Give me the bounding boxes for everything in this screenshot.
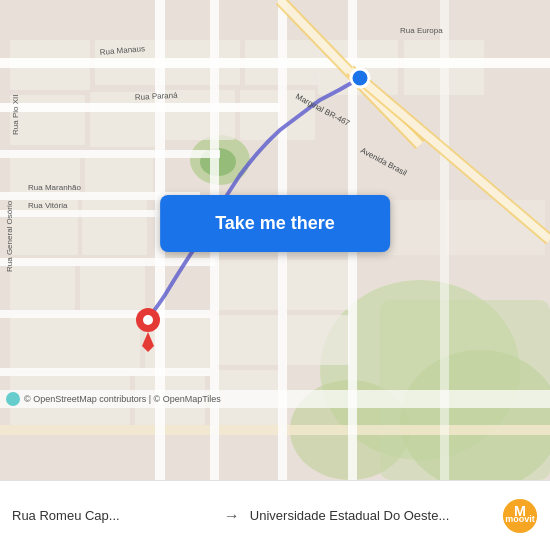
map-container: Rua Manaus Rua Europa Rua Paraná Rua Pio… bbox=[0, 0, 550, 550]
svg-text:Rua Maranhão: Rua Maranhão bbox=[28, 183, 81, 192]
svg-rect-49 bbox=[440, 0, 449, 480]
credits-text: © OpenStreetMap contributors | © OpenMap… bbox=[24, 394, 221, 404]
svg-point-65 bbox=[143, 315, 153, 325]
svg-text:Rua Europa: Rua Europa bbox=[400, 26, 443, 35]
svg-rect-28 bbox=[215, 260, 280, 310]
map-area: Rua Manaus Rua Europa Rua Paraná Rua Pio… bbox=[0, 0, 550, 480]
from-location-text: Rua Romeu Cap... bbox=[12, 508, 214, 523]
svg-text:Rua Vitória: Rua Vitória bbox=[28, 201, 68, 210]
svg-text:Rua General Osório: Rua General Osório bbox=[5, 200, 14, 272]
svg-rect-14 bbox=[82, 200, 147, 255]
take-me-there-overlay: Take me there bbox=[160, 195, 390, 252]
svg-rect-36 bbox=[0, 58, 550, 68]
svg-text:M: M bbox=[514, 503, 526, 519]
svg-rect-42 bbox=[0, 310, 210, 318]
svg-rect-38 bbox=[0, 150, 220, 158]
svg-rect-43 bbox=[0, 368, 210, 376]
arrow-icon: → bbox=[224, 507, 240, 525]
svg-rect-9 bbox=[10, 95, 85, 145]
moovit-logo: moovit M bbox=[502, 498, 538, 534]
svg-rect-16 bbox=[80, 260, 145, 310]
take-me-there-button[interactable]: Take me there bbox=[160, 195, 390, 252]
svg-rect-32 bbox=[285, 260, 350, 310]
to-location-text: Universidade Estadual Do Oeste... bbox=[250, 508, 492, 523]
svg-rect-17 bbox=[10, 315, 140, 370]
svg-rect-44 bbox=[0, 425, 550, 435]
svg-point-63 bbox=[351, 69, 369, 87]
credits-bar: © OpenStreetMap contributors | © OpenMap… bbox=[0, 390, 550, 408]
osm-logo bbox=[6, 392, 20, 406]
svg-rect-15 bbox=[10, 260, 75, 310]
svg-rect-33 bbox=[285, 315, 350, 365]
svg-rect-29 bbox=[215, 315, 280, 365]
bottom-bar: Rua Romeu Cap... → Universidade Estadual… bbox=[0, 480, 550, 550]
svg-rect-37 bbox=[0, 103, 280, 112]
svg-text:Rua Pio XII: Rua Pio XII bbox=[11, 95, 20, 135]
moovit-icon-svg: moovit M bbox=[502, 498, 538, 534]
from-location: Rua Romeu Cap... bbox=[12, 508, 214, 523]
to-location: Universidade Estadual Do Oeste... bbox=[250, 508, 492, 523]
